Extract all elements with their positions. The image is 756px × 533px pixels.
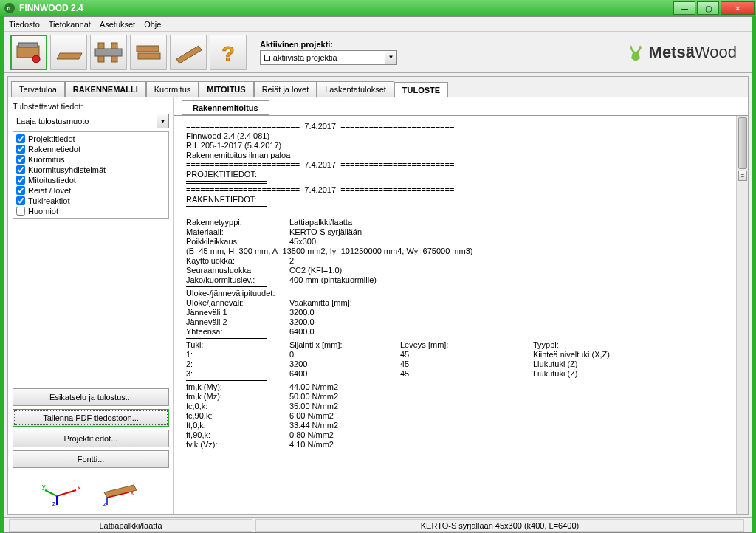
chk-reiat[interactable] — [16, 186, 25, 195]
chk-label: Tukireaktiot — [28, 196, 69, 206]
svg-text:z: z — [52, 500, 56, 506]
subtab-rakennemitoitus[interactable]: Rakennemitoitus — [182, 100, 269, 115]
toolbar-btn-1[interactable] — [10, 35, 47, 70]
report-value: 0.80 N/mm2 — [289, 430, 511, 440]
report-value: Lattiapalkki/laatta — [289, 218, 511, 227]
report-value: 45 — [400, 369, 533, 379]
report-value: 3200.0 — [289, 317, 511, 327]
close-button[interactable]: ✕ — [721, 1, 755, 15]
toolbar-btn-help[interactable]: ? — [210, 35, 247, 70]
divider-line — [186, 206, 267, 207]
report-label: fv,k (Vz): — [186, 440, 289, 450]
report-value: 50.00 N/mm2 — [289, 392, 511, 402]
report-value: 33.44 N/mm2 — [289, 421, 511, 430]
chk-tukireaktiot[interactable] — [16, 196, 25, 205]
toolbar-btn-3[interactable] — [90, 35, 127, 70]
report-text: ======================== 7.4.2017 ======… — [186, 160, 736, 170]
chk-kuormitusyhd[interactable] — [16, 165, 25, 174]
report-label: Jako/kuormituslev.: — [186, 275, 289, 285]
tab-laskenta[interactable]: Laskentatulokset — [317, 81, 394, 97]
report-label: fm,k (My): — [186, 382, 289, 392]
menu-settings[interactable]: Asetukset — [100, 20, 135, 29]
scroll-thumb[interactable] — [738, 117, 747, 169]
report-text: ======================== 7.4.2017 ======… — [186, 122, 736, 131]
svg-rect-6 — [95, 49, 122, 56]
report-value: CC2 (KFI=1.0) — [289, 266, 511, 275]
report-value: Kiinteä niveltuki (X,Z) — [533, 350, 666, 360]
font-button[interactable]: Fontti... — [13, 450, 169, 468]
toolbar-btn-5[interactable] — [170, 35, 207, 70]
report-value: 45 — [400, 360, 533, 369]
report-label: Tuki: — [186, 340, 289, 350]
report-label: Jänneväli 2 — [186, 317, 289, 327]
save-pdf-button[interactable]: Tallenna PDF-tiedostoon... — [13, 409, 169, 427]
report-label: Sijainti x [mm]: — [289, 340, 400, 350]
report-label: ft,90,k: — [186, 430, 289, 440]
report-label: fc,0,k: — [186, 402, 289, 411]
report-label: Jänneväli 1 — [186, 308, 289, 317]
tab-kuormitus[interactable]: Kuormitus — [146, 81, 199, 97]
svg-text:x: x — [131, 489, 134, 496]
status-cross-section: KERTO-S syrjällään 45x300 (k400, L=6400) — [255, 519, 744, 532]
brand-text: MetsäWood — [649, 43, 737, 62]
chk-mitoitustiedot[interactable] — [16, 176, 25, 185]
report-label: Vaakamitta [mm]: — [289, 298, 511, 308]
report-label: ft,0,k: — [186, 421, 289, 430]
report-value: Liukutuki (Z) — [533, 360, 666, 369]
format-dropdown-icon[interactable]: ▼ — [157, 114, 169, 128]
report-value: 3200.0 — [289, 308, 511, 317]
chk-rakennetiedot[interactable] — [16, 145, 25, 154]
toolbar: ? Aktiivinen projekti: ▼ MetsäWood — [4, 32, 752, 73]
divider-line — [186, 181, 267, 182]
menu-databases[interactable]: Tietokannat — [49, 20, 91, 29]
report-value: 6400.0 — [289, 327, 511, 337]
chk-label: Rakennetiedot — [28, 144, 80, 154]
chk-label: Reiät / lovet — [28, 185, 71, 196]
svg-point-2 — [32, 55, 40, 63]
report-value: 35.00 N/mm2 — [289, 402, 511, 411]
menu-help[interactable]: Ohje — [144, 20, 161, 29]
chk-projektitiedot[interactable] — [16, 134, 25, 143]
active-project-select[interactable] — [260, 50, 385, 65]
report-value: 400 mm (pintakuormille) — [289, 275, 511, 285]
report-text: (B=45 mm, H=300 mm, A=13500 mm2, Iy=1012… — [186, 247, 736, 256]
active-project-label: Aktiivinen projekti: — [260, 40, 397, 49]
report-value: Liukutuki (Z) — [533, 369, 666, 379]
report-label: Rakennetyyppi: — [186, 218, 289, 227]
tab-reiat[interactable]: Reiät ja lovet — [254, 81, 317, 97]
preview-print-button[interactable]: Esikatselu ja tulostus... — [13, 388, 169, 406]
toolbar-btn-4[interactable] — [130, 35, 167, 70]
tab-mitoitus[interactable]: MITOITUS — [199, 81, 253, 97]
maximize-button[interactable]: ▢ — [697, 1, 719, 15]
chk-label: Projektitiedot — [28, 134, 75, 144]
project-dropdown-icon[interactable]: ▼ — [385, 50, 397, 65]
report-value: 1: — [186, 350, 289, 360]
chk-huomiot[interactable] — [16, 207, 25, 216]
report-label: Materiaali: — [186, 227, 289, 237]
project-info-button[interactable]: Projektitiedot... — [13, 430, 169, 447]
title-bar: fL FINNWOOD 2.4 — ▢ ✕ — [0, 0, 756, 16]
tab-rakennemalli[interactable]: RAKENNEMALLI — [65, 81, 146, 97]
tab-tervetuloa[interactable]: Tervetuloa — [11, 81, 65, 97]
toolbar-btn-2[interactable] — [50, 35, 87, 70]
sidebar: Tulostettavat tiedot: ▼ Projektitiedot R… — [8, 97, 174, 514]
report-text: Rakennemitoitus ilman paloa — [186, 151, 736, 160]
app-icon: fL — [4, 3, 15, 13]
minimize-button[interactable]: — — [673, 1, 695, 15]
tab-tuloste[interactable]: TULOSTE — [394, 82, 448, 97]
svg-text:z: z — [103, 501, 106, 506]
report-label: Uloke/jänneväli: — [186, 298, 289, 308]
report-label: Leveys [mm]: — [400, 340, 533, 350]
chk-kuormitus[interactable] — [16, 155, 25, 164]
scroll-grip-icon[interactable]: ≡ — [738, 171, 747, 181]
menu-file[interactable]: Tiedosto — [9, 20, 40, 29]
svg-rect-8 — [138, 53, 160, 59]
vertical-scrollbar[interactable]: ≡ — [736, 116, 748, 514]
status-bar: Lattiapalkki/laatta KERTO-S syrjällään 4… — [4, 517, 752, 532]
report-value: 4.10 N/mm2 — [289, 440, 511, 450]
divider-line — [186, 380, 267, 381]
report-output[interactable]: ======================== 7.4.2017 ======… — [174, 116, 748, 514]
svg-line-11 — [57, 490, 76, 496]
print-format-select[interactable] — [13, 114, 157, 128]
report-value: 6400 — [289, 369, 400, 379]
